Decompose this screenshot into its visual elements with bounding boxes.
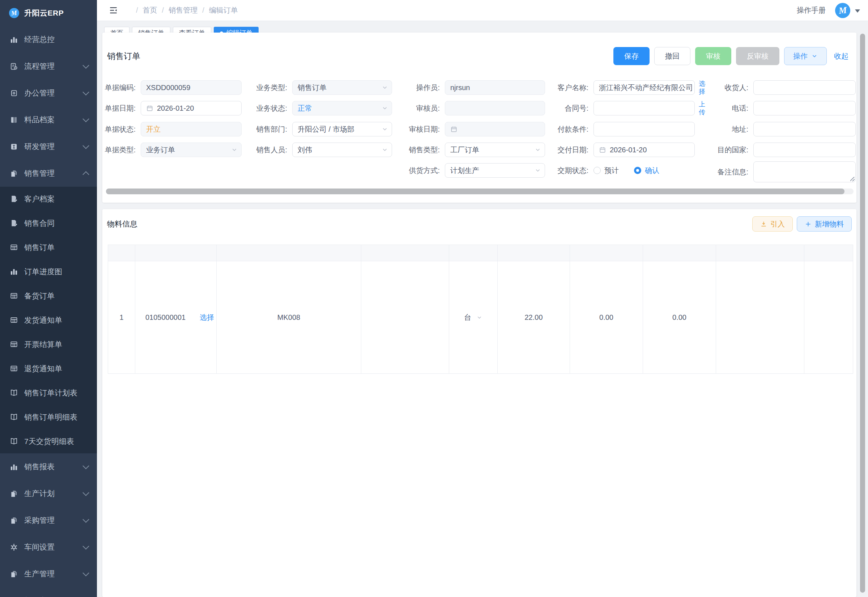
avatar[interactable]: M — [835, 3, 850, 18]
sidebar-item-3[interactable]: 料品档案 — [0, 106, 97, 133]
copy-pages-icon — [10, 490, 18, 498]
cell-unit[interactable]: 台 — [449, 261, 498, 374]
breadcrumb-item-2[interactable]: / 编辑订单 — [197, 6, 238, 15]
radio-confirmed[interactable]: 确认 — [634, 166, 659, 175]
sidebar-item-21[interactable]: 生产管理 — [0, 560, 97, 587]
field-label: 付款条件: — [534, 125, 588, 134]
field-auditor: 审核员: — [385, 101, 545, 116]
sidebar-item-14[interactable]: 销售订单计划表 — [0, 381, 97, 405]
breadcrumb-label: 销售管理 — [169, 6, 197, 15]
select-material-link[interactable]: 选择 — [200, 313, 214, 322]
doc-type-select[interactable]: 业务订单 — [141, 143, 241, 157]
vertical-scrollbar-thumb[interactable] — [860, 34, 865, 593]
address-input[interactable] — [753, 122, 856, 137]
cell-remark[interactable] — [804, 261, 853, 374]
delivery-date-input[interactable]: 2026-01-20 — [594, 143, 695, 157]
phone-input[interactable] — [753, 101, 856, 116]
sidebar-item-17[interactable]: 销售报表 — [0, 453, 97, 480]
status-badge: 正常 — [298, 104, 312, 113]
add-material-button[interactable]: 新增物料 — [797, 216, 852, 232]
breadcrumb: / 首页 / 销售管理 / 编辑订单 — [131, 6, 238, 15]
sidebar-item-16[interactable]: 7天交货明细表 — [0, 429, 97, 453]
order-form-fields: 单据编码: XSDD000059 单据日期: 2026-01-20 单据状态: … — [102, 33, 856, 203]
brand-name: 升阳云ERP — [24, 8, 64, 18]
table-grid-icon — [10, 292, 18, 300]
sidebar-item-9[interactable]: 订单进度图 — [0, 260, 97, 284]
menu-fold-icon[interactable] — [108, 6, 118, 15]
sidebar-item-19[interactable]: 采购管理 — [0, 507, 97, 534]
sidebar-item-12[interactable]: 开票结算单 — [0, 332, 97, 356]
breadcrumb-item-1[interactable]: / 销售管理 — [157, 6, 198, 15]
cell-qty[interactable]: 22.00 — [498, 261, 570, 374]
import-button[interactable]: 引入 — [752, 216, 793, 232]
material-code[interactable]: 0105000001 — [145, 313, 185, 322]
cell-name[interactable]: MK008 — [217, 261, 361, 374]
field-label: 业务状态: — [233, 104, 287, 113]
doc-date-input[interactable]: 2026-01-20 — [141, 101, 241, 116]
payment-terms-input[interactable] — [594, 122, 695, 137]
sidebar-item-13[interactable]: 退货通知单 — [0, 356, 97, 381]
customer-name-input[interactable]: 浙江裕兴不动产经纪有限公司 — [594, 80, 695, 95]
sidebar-menu: 经营总控 流程管理 办公管理 料品档案 研发管理 销售管理 — [0, 26, 97, 597]
caret-down-icon[interactable] — [855, 9, 860, 15]
supply-mode-select[interactable]: 计划生产 — [445, 163, 545, 178]
sidebar-item-22[interactable]: 加工车间 — [0, 587, 97, 597]
field-sales-person: 销售人员: 刘伟 — [233, 143, 392, 157]
sidebar-item-label: 流程管理 — [24, 61, 83, 71]
remark-textarea[interactable] — [753, 161, 856, 183]
field-label: 收货人: — [694, 83, 748, 93]
radio-estimated[interactable]: 预计 — [594, 166, 619, 175]
table-grid-icon — [10, 316, 18, 324]
vertical-scrollbar[interactable] — [860, 33, 865, 597]
chevron-icon — [83, 516, 89, 523]
field-dest-country: 目的国家: — [694, 143, 856, 157]
doc-code-input[interactable]: XSDD000059 — [141, 80, 241, 95]
biz-status-select[interactable]: 正常 — [292, 101, 392, 116]
cell-price[interactable]: 0.00 — [570, 261, 643, 374]
chevron-down-icon — [476, 315, 483, 321]
field-receiver: 收货人: — [694, 80, 856, 95]
doc-status-input[interactable]: 开立 — [141, 122, 241, 137]
sidebar-item-label: 销售管理 — [24, 168, 83, 178]
audit-date-input[interactable] — [445, 122, 545, 137]
breadcrumb-item-0[interactable]: / 首页 — [131, 6, 157, 15]
sidebar-item-2[interactable]: 办公管理 — [0, 80, 97, 106]
sales-person-select[interactable]: 刘伟 — [292, 143, 392, 157]
chevron-icon — [83, 569, 89, 576]
cell-quality[interactable] — [716, 261, 804, 374]
sales-dept-select[interactable]: 升阳公司 / 市场部 — [292, 122, 392, 137]
sidebar-item-20[interactable]: 车间设置 — [0, 534, 97, 560]
auditor-input[interactable] — [445, 101, 545, 116]
materials-title: 物料信息 — [107, 219, 138, 229]
sidebar-item-0[interactable]: 经营总控 — [0, 26, 97, 53]
sidebar-item-11[interactable]: 发货通知单 — [0, 308, 97, 332]
sidebar-item-4[interactable]: 研发管理 — [0, 133, 97, 160]
sidebar-item-1[interactable]: 流程管理 — [0, 53, 97, 80]
sidebar-item-label: 销售订单计划表 — [24, 388, 88, 398]
column-header-3 — [361, 245, 449, 261]
sidebar-item-6[interactable]: 客户档案 — [0, 187, 97, 211]
operator-input[interactable]: njrsun — [445, 80, 545, 95]
manual-link[interactable]: 操作手册 — [797, 6, 826, 15]
radio-label: 预计 — [604, 166, 619, 175]
doc-edit-icon — [10, 219, 18, 227]
contract-no-input[interactable] — [594, 101, 695, 116]
sidebar-item-18[interactable]: 生产计划 — [0, 480, 97, 507]
receiver-input[interactable] — [753, 80, 856, 95]
cell-spec[interactable] — [361, 261, 449, 374]
horizontal-scrollbar-thumb[interactable] — [106, 189, 844, 194]
sidebar-item-5[interactable]: 销售管理 — [0, 160, 97, 187]
biz-type-select[interactable]: 销售订单 — [292, 80, 392, 95]
sidebar-item-8[interactable]: 销售订单 — [0, 235, 97, 260]
dest-country-input[interactable] — [753, 143, 856, 157]
add-material-button-label: 新增物料 — [815, 219, 844, 229]
sidebar-item-7[interactable]: 销售合同 — [0, 211, 97, 235]
sidebar-item-10[interactable]: 备货订单 — [0, 284, 97, 308]
sidebar-item-15[interactable]: 销售订单明细表 — [0, 405, 97, 429]
import-button-label: 引入 — [770, 219, 785, 229]
horizontal-scrollbar[interactable] — [106, 189, 853, 194]
radio-icon — [634, 167, 641, 174]
field-label: 销售类型: — [385, 145, 440, 155]
sales-type-select[interactable]: 工厂订单 — [445, 143, 545, 157]
table-grid-icon — [10, 364, 18, 373]
